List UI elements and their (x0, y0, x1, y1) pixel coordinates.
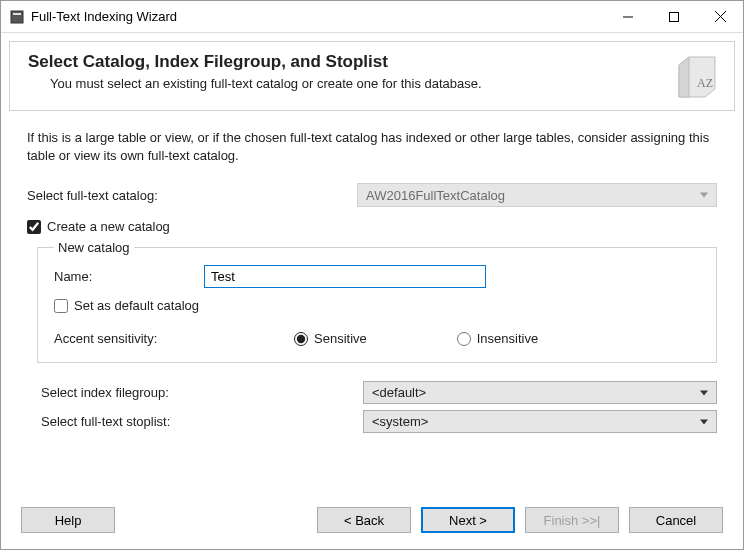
accent-sensitive-label: Sensitive (314, 331, 367, 346)
new-catalog-legend: New catalog (54, 240, 134, 255)
wizard-content: If this is a large table or view, or if … (1, 111, 743, 495)
banner-sub: You must select an existing full-text ca… (50, 76, 672, 91)
app-icon (9, 9, 25, 25)
svg-text:AZ: AZ (697, 76, 713, 90)
next-button[interactable]: Next > (421, 507, 515, 533)
help-button[interactable]: Help (21, 507, 115, 533)
create-catalog-label: Create a new catalog (47, 219, 170, 234)
stoplist-label: Select full-text stoplist: (41, 414, 363, 429)
window-title: Full-Text Indexing Wizard (31, 9, 605, 24)
name-label: Name: (54, 269, 204, 284)
wizard-footer: Help < Back Next > Finish >>| Cancel (1, 495, 743, 549)
accent-label: Accent sensitivity: (54, 331, 294, 346)
svg-marker-7 (679, 57, 689, 97)
close-button[interactable] (697, 1, 743, 32)
filegroup-select[interactable]: <default> (363, 381, 717, 404)
filegroup-value: <default> (372, 385, 426, 400)
book-az-icon: AZ (672, 52, 722, 102)
stoplist-select[interactable]: <system> (363, 410, 717, 433)
banner-heading: Select Catalog, Index Filegroup, and Sto… (28, 52, 672, 72)
create-catalog-checkbox[interactable] (27, 220, 41, 234)
catalog-name-input[interactable] (204, 265, 486, 288)
catalog-value: AW2016FullTextCatalog (366, 188, 505, 203)
svg-rect-0 (11, 11, 23, 23)
titlebar: Full-Text Indexing Wizard (1, 1, 743, 33)
catalog-label: Select full-text catalog: (27, 188, 357, 203)
accent-sensitive-radio[interactable] (294, 332, 308, 346)
set-default-label: Set as default catalog (74, 298, 199, 313)
stoplist-value: <system> (372, 414, 428, 429)
minimize-button[interactable] (605, 1, 651, 32)
maximize-button[interactable] (651, 1, 697, 32)
finish-button: Finish >>| (525, 507, 619, 533)
accent-insensitive-label: Insensitive (477, 331, 538, 346)
catalog-select: AW2016FullTextCatalog (357, 183, 717, 207)
new-catalog-group: New catalog Name: Set as default catalog… (37, 240, 717, 363)
svg-rect-1 (13, 13, 21, 15)
cancel-button[interactable]: Cancel (629, 507, 723, 533)
advice-text: If this is a large table or view, or if … (27, 129, 717, 165)
svg-rect-3 (670, 12, 679, 21)
back-button[interactable]: < Back (317, 507, 411, 533)
set-default-checkbox[interactable] (54, 299, 68, 313)
filegroup-label: Select index filegroup: (41, 385, 363, 400)
accent-insensitive-radio[interactable] (457, 332, 471, 346)
wizard-banner: Select Catalog, Index Filegroup, and Sto… (9, 41, 735, 111)
